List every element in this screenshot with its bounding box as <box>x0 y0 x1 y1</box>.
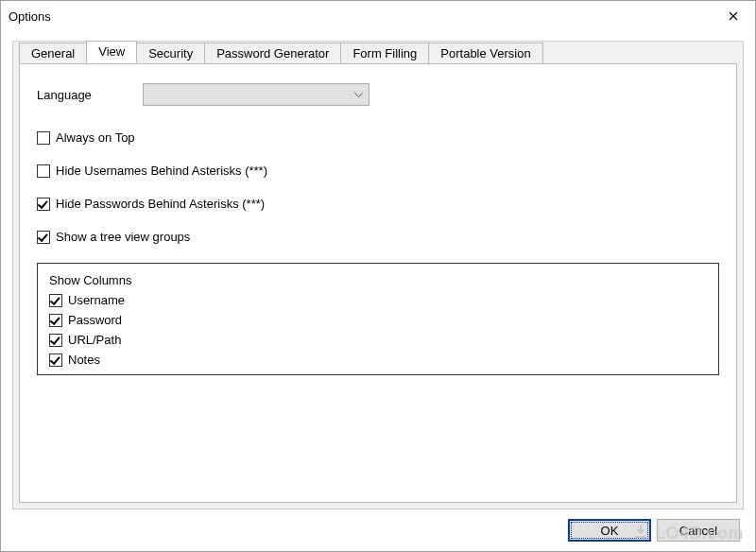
check-always-on-top-row: Always on Top <box>37 130 719 145</box>
tab-panel-view: Language Always on Top Hide Usernames Be… <box>19 63 737 503</box>
check-label: Notes <box>68 353 100 367</box>
language-label: Language <box>37 88 143 102</box>
check-label: URL/Path <box>68 333 121 347</box>
check-always-on-top[interactable] <box>37 131 50 145</box>
close-button[interactable] <box>712 1 755 31</box>
check-hide-usernames-row: Hide Usernames Behind Asterisks (***) <box>37 164 719 178</box>
col-password-row: Password <box>49 313 707 327</box>
check-tree-view-row: Show a tree view groups <box>37 230 719 244</box>
check-tree-view[interactable] <box>37 231 50 244</box>
check-col-password[interactable] <box>49 314 62 327</box>
language-dropdown[interactable] <box>143 83 369 106</box>
col-notes-row: Notes <box>49 353 707 367</box>
tab-label: Portable Version <box>440 46 530 60</box>
tab-label: Security <box>148 46 193 60</box>
tab-label: General <box>31 46 75 60</box>
ok-button[interactable]: OK <box>568 519 651 542</box>
tab-label: Form Filling <box>352 46 417 60</box>
close-icon <box>729 11 738 21</box>
window-title: Options <box>9 9 51 24</box>
tab-label: View <box>98 44 125 59</box>
client-area: General View Security Password Generator… <box>12 41 744 509</box>
check-hide-usernames[interactable] <box>37 164 50 178</box>
tab-portable-version[interactable]: Portable Version <box>428 43 542 63</box>
dialog-footer: OK Cancel <box>568 519 740 542</box>
check-label: Hide Passwords Behind Asterisks (***) <box>56 197 265 211</box>
check-hide-passwords-row: Hide Passwords Behind Asterisks (***) <box>37 197 719 211</box>
group-title: Show Columns <box>49 273 707 287</box>
tab-form-filling[interactable]: Form Filling <box>340 43 429 63</box>
language-row: Language <box>37 83 719 106</box>
tab-security[interactable]: Security <box>136 43 205 63</box>
tab-label: Password Generator <box>216 46 329 60</box>
tab-view[interactable]: View <box>86 41 137 63</box>
cancel-button[interactable]: Cancel <box>657 519 740 542</box>
check-label: Username <box>68 293 125 307</box>
check-label: Password <box>68 313 122 327</box>
show-columns-group: Show Columns Username Password URL/Path … <box>37 263 719 375</box>
check-col-username[interactable] <box>49 294 62 307</box>
check-label: Hide Usernames Behind Asterisks (***) <box>56 164 267 178</box>
tabstrip: General View Security Password Generator… <box>19 41 542 63</box>
check-col-notes[interactable] <box>49 354 62 367</box>
col-urlpath-row: URL/Path <box>49 333 707 347</box>
options-dialog: Options General View Security Password G… <box>0 0 756 552</box>
check-label: Show a tree view groups <box>56 230 190 244</box>
col-username-row: Username <box>49 293 707 307</box>
check-hide-passwords[interactable] <box>37 198 50 211</box>
tab-password-generator[interactable]: Password Generator <box>204 43 341 63</box>
chevron-down-icon <box>354 89 363 100</box>
tab-general[interactable]: General <box>19 43 87 63</box>
titlebar: Options <box>1 1 755 31</box>
check-label: Always on Top <box>56 130 135 145</box>
check-col-urlpath[interactable] <box>49 334 62 347</box>
